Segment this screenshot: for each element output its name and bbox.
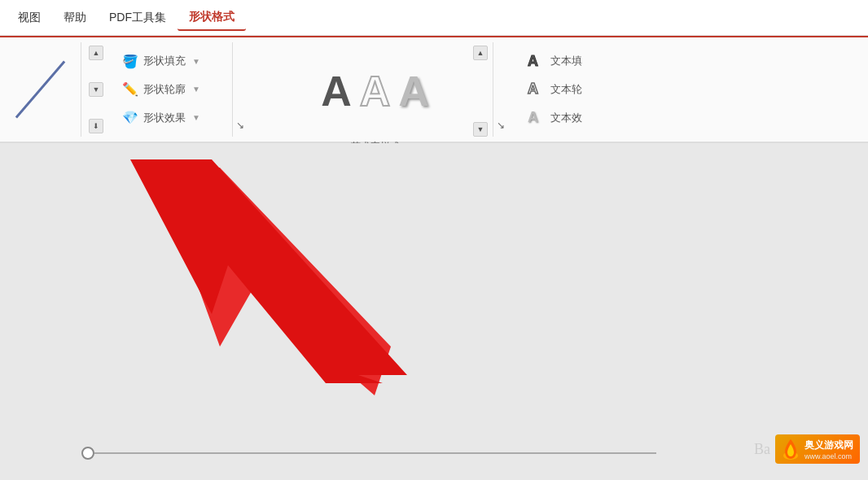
watermark-site-name: 奥义游戏网 — [804, 439, 853, 452]
watermark-text: Ba — [754, 441, 770, 458]
shape-format-group: 🪣 形状填充 ▼ ✏️ 形状轮廓 ▼ 💎 形状效果 ▼ — [111, 42, 233, 137]
text-effect-label: 文本效 — [550, 111, 582, 125]
slider-track[interactable] — [94, 452, 656, 454]
red-arrow-main-svg — [106, 151, 415, 387]
watermark-url: www.aoel.com — [804, 452, 852, 460]
text-effect-icon: A — [528, 109, 546, 126]
shape-effect-label: 形状效果 — [143, 111, 186, 125]
scroll-expand-btn[interactable]: ⬇ — [89, 119, 103, 133]
scroll-up-btn[interactable]: ▲ — [89, 46, 103, 60]
text-fill-label: 文本填 — [550, 54, 582, 68]
watermark-logo: 奥义游戏网 www.aoel.com — [775, 434, 860, 464]
art-text-letters: A A A — [262, 62, 488, 120]
slider-container[interactable] — [81, 447, 656, 460]
shape-fill-chevron[interactable]: ▼ — [192, 57, 200, 66]
canvas-area: Ba 奥义游戏网 www.aoel.com — [0, 143, 868, 480]
art-letter-style2[interactable]: A — [360, 67, 391, 116]
shape-effect-chevron[interactable]: ▼ — [192, 113, 200, 122]
art-letter-style3[interactable]: A — [398, 67, 429, 116]
shape-fill-icon: 🪣 — [122, 54, 138, 69]
shape-effect-item[interactable]: 💎 形状效果 ▼ — [119, 107, 224, 128]
shape-scroll-col: ▲ ▼ ⬇ — [88, 42, 104, 137]
flame-icon — [782, 438, 800, 460]
text-format-group: A 文本填 A 文本轮 A 文本效 — [518, 42, 616, 137]
text-effect-item[interactable]: A 文本效 — [524, 107, 609, 129]
shape-outline-item[interactable]: ✏️ 形状轮廓 ▼ — [119, 79, 224, 99]
svg-marker-2 — [147, 159, 432, 395]
scroll-down-btn[interactable]: ▼ — [89, 82, 103, 97]
art-scroll-up[interactable]: ▲ — [473, 46, 488, 60]
menu-item-help[interactable]: 帮助 — [52, 6, 98, 30]
menu-item-shape-format[interactable]: 形状格式 — [178, 5, 246, 31]
svg-line-0 — [16, 61, 64, 117]
menu-item-view[interactable]: 视图 — [7, 6, 52, 30]
shape-effect-icon: 💎 — [122, 110, 138, 125]
text-outline-label: 文本轮 — [550, 82, 582, 97]
shape-fill-label: 形状填充 — [143, 54, 186, 68]
shape-outline-chevron[interactable]: ▼ — [192, 85, 200, 94]
text-fill-item[interactable]: A 文本填 — [524, 50, 609, 72]
slider-thumb[interactable] — [81, 447, 94, 460]
art-expand-btn[interactable]: ↘ — [497, 117, 511, 132]
text-outline-icon: A — [528, 81, 546, 98]
art-text-section: ▲ A A A ▼ 艺术字样式 — [257, 42, 493, 137]
shape-preview — [8, 42, 81, 137]
text-outline-item[interactable]: A 文本轮 — [524, 78, 609, 100]
red-arrow-container — [106, 151, 432, 395]
red-arrow-svg — [106, 151, 432, 395]
text-fill-icon: A — [528, 53, 546, 70]
menu-item-pdf[interactable]: PDF工具集 — [98, 6, 178, 30]
ribbon: ▲ ▼ ⬇ 🪣 形状填充 ▼ ✏️ 形状轮廓 ▼ 💎 形状效果 ▼ ↘ ▲ — [0, 37, 868, 143]
menu-bar: 视图 帮助 PDF工具集 形状格式 — [0, 0, 868, 36]
shape-line-svg — [8, 53, 72, 126]
shape-outline-icon: ✏️ — [122, 81, 138, 97]
art-scroll-down[interactable]: ▼ — [473, 122, 488, 137]
format-expand-btn[interactable]: ↘ — [236, 117, 251, 132]
watermark: Ba 奥义游戏网 www.aoel.com — [754, 434, 860, 464]
art-letter-style1[interactable]: A — [321, 67, 352, 116]
shape-outline-label: 形状轮廓 — [143, 82, 186, 97]
svg-marker-1 — [155, 168, 391, 395]
shape-fill-item[interactable]: 🪣 形状填充 ▼ — [119, 51, 224, 72]
